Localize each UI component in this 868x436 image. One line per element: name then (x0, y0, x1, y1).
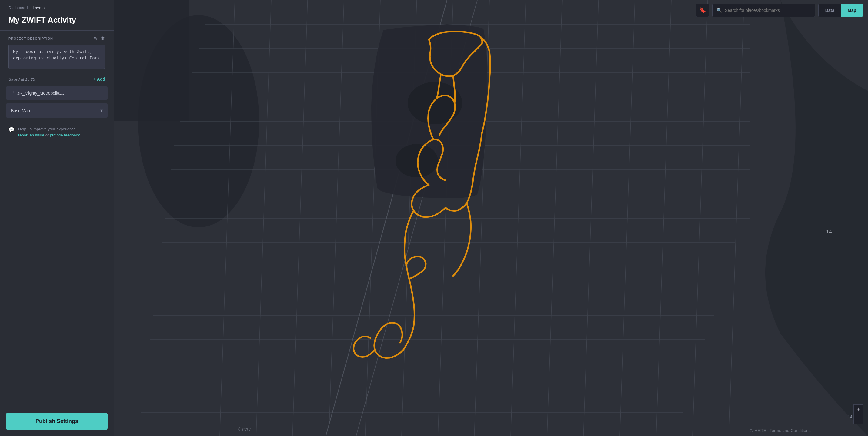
map-header: 🔖 🔍 Data Map (114, 0, 868, 21)
description-label-text: PROJECT DESCRIPTION (8, 37, 53, 40)
sidebar-bottom: Publish Settings (0, 407, 114, 436)
svg-point-38 (396, 144, 438, 177)
data-view-button[interactable]: Data (818, 4, 841, 17)
feedback-prefix: Help us improve your experience (18, 127, 76, 131)
svg-text:© HERE | Terms and Conditions: © HERE | Terms and Conditions (750, 428, 811, 433)
breadcrumb: Dashboard › Layers (0, 0, 114, 13)
view-toggle: Data Map (818, 4, 863, 17)
breadcrumb-separator: › (30, 5, 31, 10)
map-view-button[interactable]: Map (841, 4, 863, 17)
search-input[interactable] (725, 8, 811, 13)
map-area: 🔖 🔍 Data Map (114, 0, 868, 436)
description-label-row: PROJECT DESCRIPTION ✎ 🗑 (8, 36, 105, 41)
layer-name: 3R_Mighty_Metropolita... (17, 91, 103, 95)
map-canvas[interactable]: 14 © HERE | Terms and Conditions © here (114, 0, 868, 436)
drag-icon: ⠿ (11, 91, 14, 95)
bookmark-button[interactable]: 🔖 (696, 4, 709, 17)
zoom-level-text: 14 (826, 229, 832, 235)
breadcrumb-current: Layers (33, 5, 44, 10)
publish-settings-button[interactable]: Publish Settings (6, 413, 107, 430)
project-title: My ZWIFT Activity (0, 13, 114, 31)
sidebar: Dashboard › Layers My ZWIFT Activity PRO… (0, 0, 114, 436)
svg-text:© here: © here (238, 427, 251, 432)
search-icon: 🔍 (717, 8, 722, 13)
add-button[interactable]: + Add (93, 77, 105, 82)
feedback-section: 💬 Help us improve your experience report… (0, 120, 114, 144)
map-controls: + − (854, 404, 863, 424)
feedback-or: or (45, 133, 50, 137)
chevron-down-icon: ▾ (100, 108, 103, 113)
zoom-display: 14 (848, 414, 852, 419)
edit-icon[interactable]: ✎ (94, 36, 98, 41)
delete-icon[interactable]: 🗑 (101, 36, 105, 41)
report-issue-link[interactable]: report an issue (18, 133, 44, 137)
zoom-in-button[interactable]: + (854, 404, 863, 414)
breadcrumb-dashboard[interactable]: Dashboard (8, 5, 28, 10)
saved-row: Saved at 15:25 + Add (0, 73, 114, 85)
bookmark-icon: 🔖 (699, 7, 706, 13)
provide-feedback-link[interactable]: provide feedback (50, 133, 80, 137)
layer-item[interactable]: ⠿ 3R_Mighty_Metropolita... (6, 86, 107, 100)
search-bar: 🔍 (712, 4, 815, 17)
description-textarea[interactable]: My indoor activity, with Zwift, explorin… (8, 45, 105, 69)
basemap-select[interactable]: Base Map ▾ (6, 104, 107, 118)
saved-time: Saved at 15:25 (8, 77, 35, 82)
description-actions: ✎ 🗑 (94, 36, 105, 41)
feedback-text: Help us improve your experience report a… (18, 126, 80, 138)
basemap-label: Base Map (11, 108, 30, 113)
zoom-out-button[interactable]: − (854, 414, 863, 424)
feedback-chat-icon: 💬 (8, 127, 14, 133)
description-section: PROJECT DESCRIPTION ✎ 🗑 My indoor activi… (0, 31, 114, 73)
